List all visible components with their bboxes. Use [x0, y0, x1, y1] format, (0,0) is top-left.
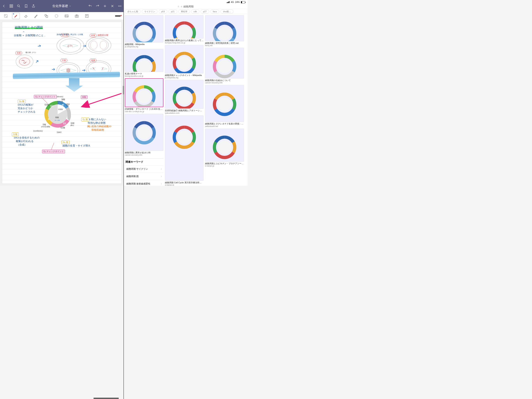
svg-text:細胞質: 細胞質: [65, 103, 70, 105]
svg-rect-2: [10, 6, 11, 8]
result-source: kompas.hosp.keio.ac.jp: [165, 42, 203, 44]
close-icon[interactable]: [110, 4, 114, 8]
result-thumbnail[interactable]: [165, 15, 203, 39]
result-thumbnail[interactable]: [205, 129, 244, 162]
result-title: 詳細情報・ダウンロード｜LS-EDI-生命科…: [125, 108, 163, 110]
undo-icon[interactable]: [88, 4, 92, 8]
readonly-tool[interactable]: [2, 13, 10, 19]
result-card[interactable]: 細胞周期とユビキチン・プロテアソーム系 …e-kanpo.jp: [205, 129, 244, 167]
svg-point-49: [177, 26, 191, 39]
highlighter-tool[interactable]: [32, 13, 40, 19]
related-item[interactable]: 細胞周期 図›: [125, 173, 163, 180]
more-icon[interactable]: [118, 4, 122, 8]
note-text: 骨格筋細胞: [91, 128, 104, 132]
related-keywords: 関連キーワード細胞周期 サイクリン›細胞周期 図›細胞周期 放射線感受性›: [125, 158, 163, 186]
svg-point-53: [218, 27, 231, 40]
result-thumbnail[interactable]: [165, 115, 203, 181]
result-thumbnail[interactable]: [165, 80, 203, 109]
battery-icon: [241, 1, 245, 3]
result-card[interactable]: 細胞周期とヌクレオチド生産の関係 - 生物…seibutsushi.net: [205, 85, 244, 127]
filter-chip[interactable]: p53: [159, 10, 167, 13]
svg-text:S: S: [48, 118, 50, 121]
filter-chip[interactable]: facs: [210, 10, 219, 13]
redo-icon[interactable]: [96, 4, 100, 8]
back-icon[interactable]: [2, 4, 6, 8]
result-card[interactable]: 細胞周期の仕組みについてcancer-recovery.info: [205, 48, 244, 84]
filter-chip[interactable]: サイクリン: [142, 10, 158, 13]
filter-chip[interactable]: cdk: [191, 10, 199, 13]
svg-point-16: [19, 58, 30, 65]
add-icon[interactable]: [103, 4, 107, 8]
svg-point-46: [138, 60, 151, 72]
document-title[interactable]: 生化学基礎: [39, 4, 85, 8]
result-card[interactable]: 詳細情報・ダウンロード｜LS-EDI-生命科…csls-db.c.u-tokyo…: [125, 78, 163, 112]
grid-icon[interactable]: [9, 4, 13, 8]
note-app: 生化学基礎 細胞周期とその調節 ＝ 分裂期 ＋ 分裂間期 のこと．: [0, 0, 124, 186]
split-handle[interactable]: [123, 86, 124, 95]
search-icon[interactable]: [17, 4, 21, 8]
result-thumbnail[interactable]: [125, 114, 163, 151]
pen-tool[interactable]: [12, 13, 20, 19]
result-source: csls-db.c.u-tokyo.ac.jp: [125, 110, 163, 113]
filter-chip[interactable]: p21: [168, 10, 177, 13]
svg-point-43: [178, 6, 179, 7]
result-card[interactable]: 細胞周期の異常はがんの進展にとって敵に…kompas.hosp.keio.ac.…: [165, 15, 203, 44]
text-tool[interactable]: [83, 13, 91, 19]
phase-label: 前期: [15, 51, 22, 55]
bookmark-icon[interactable]: [24, 4, 28, 8]
result-card[interactable]: 細胞周期に異常が起きた時cancer-recovery.info: [125, 114, 163, 156]
result-thumbnail[interactable]: [125, 78, 163, 107]
svg-text:(核の分裂): (核の分裂): [57, 103, 63, 104]
camera-tool[interactable]: [73, 13, 81, 19]
image-results[interactable]: 細胞周期 - Wikipediaja.wikipedia.org 私達の研究テー…: [124, 14, 247, 186]
result-card[interactable]: 抗癌剤総論① 細胞周期とアポトーシス – …iyakustation.com: [165, 80, 203, 114]
arrow-icon: ➔: [52, 67, 55, 72]
result-thumbnail[interactable]: [205, 15, 244, 41]
result-thumbnail[interactable]: [125, 15, 163, 42]
related-item[interactable]: 細胞周期 サイクリン›: [125, 165, 163, 173]
note-text: 細胞質分裂: [98, 34, 108, 37]
search-query: 細胞周期: [184, 5, 194, 8]
phase-tag: G₁ 期: [62, 141, 70, 144]
results-column: 細胞周期｜研究用語辞典｜研究.netkenq.net 細胞周期の仕組みについてc…: [205, 15, 244, 185]
lasso-tool[interactable]: [53, 13, 60, 19]
result-card[interactable]: 細胞周期チェックポイント - Wikipediaja.wikipedia.org: [165, 45, 203, 79]
svg-point-4: [17, 5, 19, 7]
network-label: 4G: [231, 1, 234, 4]
result-thumbnail[interactable]: [205, 48, 244, 78]
result-card[interactable]: 細胞周期 Cell Cycle 漢方医学療法研究会e-kanpo.jp: [165, 115, 203, 186]
result-source: cancer-recovery.info: [205, 82, 244, 84]
result-title: 細胞周期の仕組みについて: [205, 79, 244, 82]
result-title: 細胞周期 - Wikipedia: [125, 43, 163, 45]
related-item[interactable]: 細胞周期 放射線感受性›: [125, 180, 163, 186]
result-source: e-kanpo.jp: [165, 184, 203, 186]
share-icon[interactable]: [32, 4, 35, 8]
note-canvas[interactable]: 細胞周期とその調節 ＝ 分裂期 ＋ 分裂間期 のこと． 前中期 染色体が赤道面（…: [0, 20, 124, 186]
chevron-down-icon: [69, 5, 71, 7]
eraser-tool[interactable]: [22, 13, 30, 19]
address-bar[interactable]: 細胞周期: [124, 4, 247, 9]
result-thumbnail[interactable]: [205, 85, 244, 122]
result-thumbnail[interactable]: [125, 49, 163, 72]
shape-tool[interactable]: [43, 13, 50, 19]
filter-chip[interactable]: p27: [201, 10, 209, 13]
filter-chip[interactable]: 果粒球: [178, 10, 190, 13]
result-card[interactable]: 細胞周期 - Wikipediaja.wikipedia.org: [125, 15, 163, 48]
style-tool[interactable]: [114, 13, 122, 19]
result-card[interactable]: 細胞周期｜研究用語辞典｜研究.netkenq.net: [205, 15, 244, 46]
phase-label: 終期: [90, 34, 96, 37]
svg-point-55: [218, 98, 231, 111]
svg-point-56: [218, 141, 231, 154]
svg-point-47: [138, 90, 151, 103]
note-text: （合成）: [17, 143, 27, 147]
flow-arrow: [65, 78, 83, 92]
result-title: 抗癌剤総論① 細胞周期とアポトーシス – …: [165, 109, 203, 112]
image-tool[interactable]: [63, 13, 70, 19]
filter-chip[interactable]: 赤ちゃん期: [125, 10, 141, 13]
nav-bar: 生化学基礎: [0, 0, 124, 12]
arrow-icon: ➔: [37, 43, 42, 49]
result-thumbnail[interactable]: [165, 45, 203, 73]
result-card[interactable]: 私達の研究テーマbioreg.kyushu-u.ac.jp: [125, 49, 163, 77]
filter-chip[interactable]: dna複…: [221, 10, 233, 13]
result-title: 細胞周期｜研究用語辞典｜研究.net: [205, 42, 244, 45]
